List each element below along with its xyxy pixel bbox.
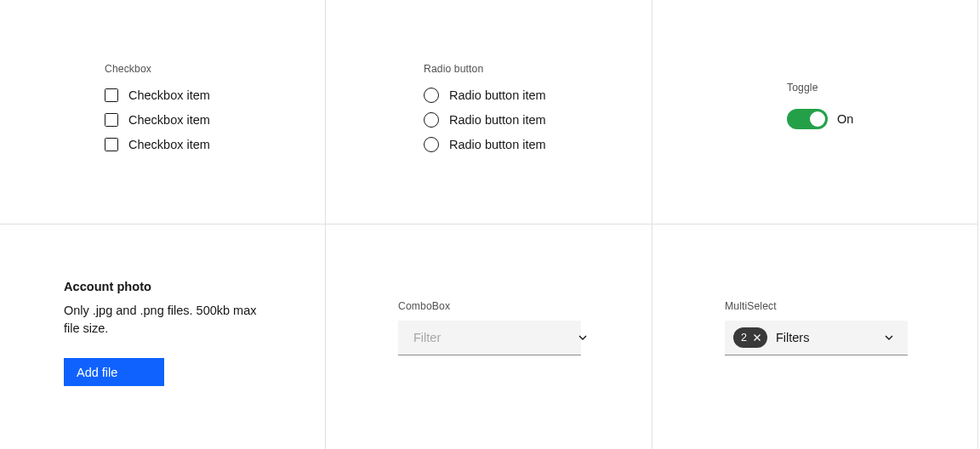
combobox-label: ComboBox <box>398 300 581 312</box>
checkbox-cell: Checkbox Checkbox item Checkbox item Che… <box>0 0 326 224</box>
toggle-label: Toggle <box>787 82 977 94</box>
checkbox-item-label: Checkbox item <box>128 138 210 151</box>
multiselect-label: MultiSelect <box>725 300 908 312</box>
toggle-knob-icon <box>810 111 825 127</box>
radio-item[interactable]: Radio button item <box>424 107 652 132</box>
toggle-state-label: On <box>837 112 853 126</box>
checkbox-item-label: Checkbox item <box>128 88 210 102</box>
multiselect-text: Filters <box>776 331 882 344</box>
combobox-field[interactable] <box>398 321 581 355</box>
radio-item[interactable]: Radio button item <box>424 82 652 107</box>
file-uploader-cell: Account photo Only .jpg and .png files. … <box>0 224 326 449</box>
radio-circle-icon <box>424 137 439 152</box>
chevron-down-icon <box>882 331 896 344</box>
toggle-switch[interactable] <box>787 109 828 129</box>
component-grid: Checkbox Checkbox item Checkbox item Che… <box>0 0 978 449</box>
chevron-down-icon <box>576 331 590 344</box>
checkbox-item-label: Checkbox item <box>128 113 210 127</box>
radio-circle-icon <box>424 88 439 103</box>
multiselect-cell: MultiSelect 2 Filters <box>652 224 978 449</box>
checkbox-box-icon <box>105 113 118 127</box>
close-icon <box>751 332 763 344</box>
radio-cell: Radio button Radio button item Radio but… <box>326 0 652 224</box>
checkbox-group-label: Checkbox <box>105 63 325 75</box>
clear-selection-button[interactable] <box>750 331 764 344</box>
selection-count: 2 <box>741 332 747 344</box>
checkbox-item[interactable]: Checkbox item <box>105 132 325 156</box>
radio-item-label: Radio button item <box>449 138 546 151</box>
radio-item-label: Radio button item <box>449 88 546 102</box>
radio-circle-icon <box>424 112 439 128</box>
radio-group-label: Radio button <box>424 63 652 75</box>
checkbox-box-icon <box>105 88 118 102</box>
checkbox-item[interactable]: Checkbox item <box>105 107 325 132</box>
selection-tag: 2 <box>733 327 767 348</box>
file-uploader-description: Only .jpg and .png files. 500kb max file… <box>64 302 264 338</box>
radio-item-label: Radio button item <box>449 113 546 127</box>
radio-item[interactable]: Radio button item <box>424 132 652 156</box>
combobox-cell: ComboBox <box>326 224 652 449</box>
multiselect-field[interactable]: 2 Filters <box>725 321 908 355</box>
combobox-input[interactable] <box>412 330 576 345</box>
file-uploader-title: Account photo <box>64 280 264 293</box>
checkbox-box-icon <box>105 138 118 151</box>
toggle-cell: Toggle On <box>652 0 978 224</box>
add-file-button[interactable]: Add file <box>64 358 164 386</box>
checkbox-item[interactable]: Checkbox item <box>105 82 325 107</box>
